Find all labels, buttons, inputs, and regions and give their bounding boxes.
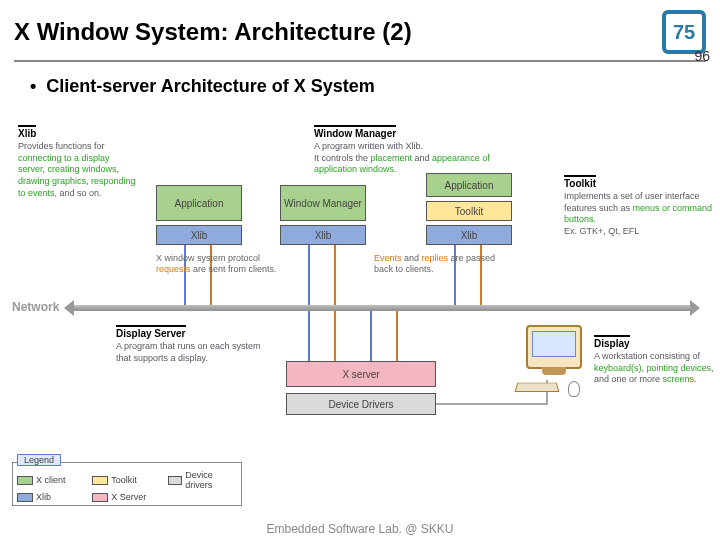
display-monitor-icon [526,325,582,369]
box-xlib-2: Xlib [280,225,366,245]
xlib-header: Xlib [18,125,36,139]
connector [396,311,398,361]
box-application-1: Application [156,185,242,221]
connector [334,245,336,305]
ds-header: Display Server [116,325,186,339]
display-header: Display [594,335,630,349]
box-device-drivers: Device Drivers [286,393,436,415]
slide-footer: Embedded Software Lab. @ SKKU [0,522,720,536]
box-application-2: Application [426,173,512,197]
connector [308,245,310,305]
xlib-desc: Provides functions for [18,141,105,151]
box-xlib-1: Xlib [156,225,242,245]
architecture-diagram: Xlib Provides functions for connecting t… [6,125,714,510]
wm-header: Window Manager [314,125,396,139]
network-bus [74,305,690,311]
box-xlib-3: Xlib [426,225,512,245]
page-total: 96 [694,48,710,64]
box-toolkit: Toolkit [426,201,512,221]
box-window-manager: Window Manager [280,185,366,221]
ds-desc: A program that runs on each system that … [116,341,276,364]
keyboard-icon [516,381,558,393]
toolkit-header: Toolkit [564,175,596,189]
bullet-heading: Client-server Architecture of X System [0,62,720,103]
slide-title: X Window System: Architecture (2) [14,18,654,46]
legend-title: Legend [17,454,61,466]
mouse-icon [568,381,580,397]
xlib-hl2: creating windows [48,164,117,174]
connector [308,311,310,361]
box-xserver: X server [286,361,436,387]
connector [370,311,372,361]
connector [334,311,336,361]
legend-box: Legend X client Toolkit Device drivers X… [12,462,242,506]
xlib-hl3: drawing graphics [18,176,86,186]
network-label: Network [12,300,59,314]
connector [436,403,546,405]
